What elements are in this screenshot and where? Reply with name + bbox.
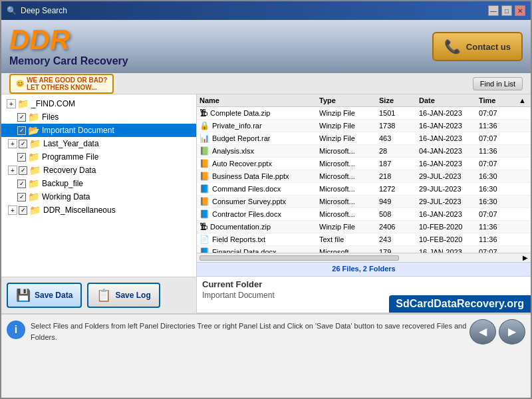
file-row[interactable]: 📊Budget Report.rar Winzip File46316-JAN-… — [197, 132, 531, 145]
tree-checkbox[interactable]: ✓ — [19, 166, 27, 175]
current-folder-area: Current Folder Important Document SdCard… — [197, 277, 531, 313]
col-header-scroll: ▲ — [519, 96, 528, 104]
folder-icon: 📁 — [29, 165, 41, 176]
tree-area: + 📁 _FIND.COM ✓ 📁 Files ✓ 📂 Important Do… — [1, 94, 196, 277]
file-row[interactable]: 🗜Complete Data.zip Winzip File150116-JAN… — [197, 107, 531, 120]
file-name-cell: 🗜Complete Data.zip — [200, 108, 319, 118]
current-folder-label: Current Folder — [202, 279, 525, 289]
nav-next-button[interactable]: ▶ — [499, 319, 525, 344]
file-type-icon: 🗜 — [200, 222, 207, 231]
file-type-icon: 🔒 — [200, 121, 209, 130]
file-type-icon: 📊 — [200, 134, 209, 143]
header: DDR Memory Card Recovery 📞 Contact us — [1, 20, 531, 73]
main-content: + 📁 _FIND.COM ✓ 📁 Files ✓ 📂 Important Do… — [1, 94, 531, 314]
tree-item-selected[interactable]: ✓ 📂 Important Document — [1, 124, 196, 137]
file-name-cell: 📙Consumer Survey.pptx — [200, 197, 319, 206]
save-log-button[interactable]: 📋 Save Log — [87, 283, 160, 308]
file-type-icon: 📙 — [200, 172, 209, 181]
folder-icon: 📁 — [28, 152, 39, 162]
watermark-text: SdCardDataRecovery.org — [389, 295, 531, 313]
file-name-cell: 📊Budget Report.rar — [200, 134, 319, 143]
file-row[interactable]: 🗜Documentation.zip Winzip File240610-FEB… — [197, 221, 531, 233]
folder-icon: 📁 — [28, 192, 39, 202]
tree-item[interactable]: + ✓ 📁 DDR_Miscellaneous — [1, 203, 196, 217]
col-header-size: Size — [379, 96, 419, 104]
file-row[interactable]: 📘Financial Data.docx Microsoft...17916-J… — [197, 246, 531, 253]
app-icon: 🔍 — [7, 6, 17, 15]
tree-checkbox[interactable]: ✓ — [19, 206, 27, 215]
save-data-icon: 💾 — [16, 288, 31, 303]
contact-button[interactable]: 📞 Contact us — [432, 32, 523, 61]
bottom-bar: i Select Files and Folders from left Pan… — [1, 314, 531, 348]
col-header-name: Name — [200, 96, 319, 104]
tree-item[interactable]: ✓ 📁 Working Data — [1, 190, 196, 203]
file-list-body: 🗜Complete Data.zip Winzip File150116-JAN… — [197, 107, 531, 253]
file-name-cell: 📘Command Files.docx — [200, 184, 319, 194]
title-bar-title: Deep Search — [21, 6, 67, 15]
folder-icon: 📁 — [28, 178, 39, 189]
file-name-cell: 📘Financial Data.docx — [200, 247, 319, 253]
rating-badge[interactable]: 😊 WE ARE GOOD OR BAD? LET OTHERS KNOW... — [9, 74, 114, 94]
contact-label: Contact us — [466, 42, 511, 52]
file-type-icon: 📘 — [200, 184, 209, 194]
file-list-header: Name Type Size Date Time ▲ — [197, 94, 531, 107]
nav-prev-button[interactable]: ◀ — [469, 319, 496, 344]
left-bottom-buttons: 💾 Save Data 📋 Save Log — [1, 277, 196, 313]
tree-item[interactable]: + 📁 _FIND.COM — [1, 97, 196, 110]
tree-checkbox[interactable]: ✓ — [19, 140, 27, 148]
tree-checkbox[interactable]: ✓ — [17, 193, 26, 201]
file-row[interactable]: 📘Command Files.docx Microsoft...127229-J… — [197, 183, 531, 196]
file-type-icon: 📙 — [200, 159, 209, 168]
tree-item[interactable]: + ✓ 📁 Recovery Data — [1, 164, 196, 177]
file-row[interactable]: 📙Auto Recover.pptx Microsoft...18716-JAN… — [197, 158, 531, 170]
file-type-icon: 📘 — [200, 209, 209, 219]
file-row[interactable]: 📙Business Data File.pptx Microsoft...218… — [197, 170, 531, 183]
left-panel: + 📁 _FIND.COM ✓ 📁 Files ✓ 📂 Important Do… — [1, 94, 197, 313]
badge-icon: 😊 — [16, 80, 24, 87]
file-type-icon: 📘 — [200, 247, 209, 253]
app-title: Memory Card Recovery — [9, 55, 128, 67]
file-name-cell: 🗜Documentation.zip — [200, 222, 319, 231]
badge-text: WE ARE GOOD OR BAD? LET OTHERS KNOW... — [27, 76, 107, 91]
maximize-button[interactable]: □ — [501, 5, 512, 16]
tree-toggle[interactable]: + — [7, 99, 16, 108]
title-bar-left: 🔍 Deep Search — [7, 6, 67, 15]
col-header-time: Time — [479, 96, 519, 104]
tree-checkbox[interactable]: ✓ — [17, 180, 26, 188]
contact-icon: 📞 — [444, 39, 461, 55]
file-row[interactable]: 📄Field Reports.txt Text file24310-FEB-20… — [197, 233, 531, 246]
badge-bar: 😊 WE ARE GOOD OR BAD? LET OTHERS KNOW...… — [1, 73, 531, 94]
tree-checkbox[interactable]: ✓ — [17, 153, 26, 162]
file-row[interactable]: 📗Analysis.xlsx Microsoft...2804-JAN-2023… — [197, 145, 531, 158]
file-row[interactable]: 📙Consumer Survey.pptx Microsoft...94929-… — [197, 196, 531, 208]
file-row[interactable]: 📘Contractor Files.docx Microsoft...50816… — [197, 208, 531, 221]
file-name-cell: 📘Contractor Files.docx — [200, 209, 319, 219]
horizontal-scrollbar[interactable]: ▶ — [197, 253, 531, 262]
file-count-bar: 26 Files, 2 Folders — [197, 262, 531, 277]
minimize-button[interactable]: — — [488, 5, 499, 16]
close-button[interactable]: ✕ — [515, 5, 525, 16]
save-data-button[interactable]: 💾 Save Data — [7, 283, 82, 308]
col-header-type: Type — [319, 96, 379, 104]
tree-checkbox[interactable]: ✓ — [17, 113, 26, 122]
tree-toggle[interactable]: + — [8, 205, 17, 215]
ddr-logo: DDR — [9, 26, 128, 54]
file-name-cell: 📙Business Data File.pptx — [200, 172, 319, 181]
tree-item[interactable]: ✓ 📁 Programme File — [1, 150, 196, 164]
title-bar-controls[interactable]: — □ ✕ — [488, 5, 525, 16]
tree-item[interactable]: ✓ 📁 Backup_file — [1, 177, 196, 190]
info-text: Select Files and Folders from left Panel… — [31, 321, 469, 342]
file-name-cell: 📄Field Reports.txt — [200, 235, 319, 244]
file-row[interactable]: 🔒Private_info.rar Winzip File173816-JAN-… — [197, 120, 531, 132]
navigation-buttons: ◀ ▶ — [469, 319, 525, 344]
tree-toggle[interactable]: + — [8, 166, 17, 175]
tree-checkbox[interactable]: ✓ — [17, 126, 26, 135]
tree-toggle[interactable]: + — [8, 139, 17, 148]
col-header-date: Date — [419, 96, 479, 104]
scroll-right-arrow[interactable]: ▶ — [523, 254, 528, 261]
tree-item[interactable]: ✓ 📁 Files — [1, 110, 196, 124]
tree-item[interactable]: + ✓ 📁 Last_Year_data — [1, 137, 196, 150]
file-type-icon: 🗜 — [200, 108, 207, 118]
find-in-list-button[interactable]: Find in List — [473, 77, 523, 90]
file-name-cell: 📙Auto Recover.pptx — [200, 159, 319, 168]
